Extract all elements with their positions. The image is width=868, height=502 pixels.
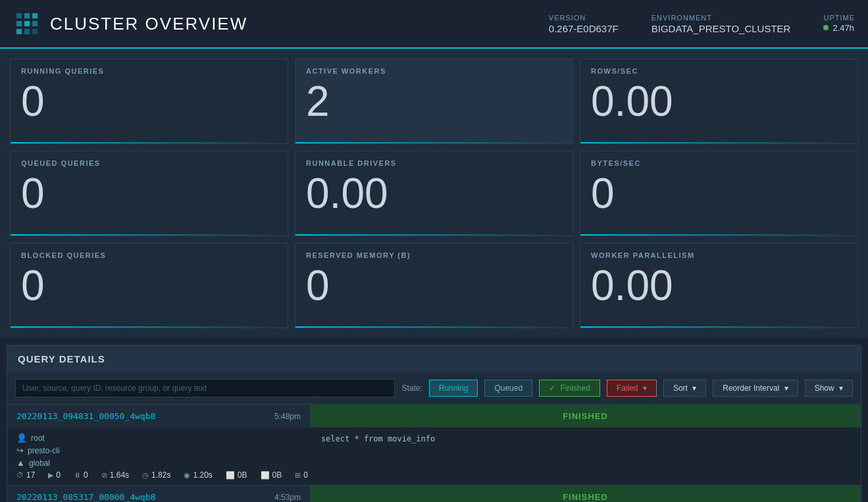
reorder-label: Reorder Interval xyxy=(723,384,779,393)
query-stats: ⏱ 17 ▶ 0 ⏸ 0 ⊘ 1.64s xyxy=(16,470,308,480)
query-id-section-2: 20220113_085317_00000_4wqb8 4:53pm xyxy=(7,486,310,502)
metric-bytes-sec-label: BYTES/SEC xyxy=(591,159,847,167)
environment-info: ENVIRONMENT BIGDATA_PRESTO_CLUSTER xyxy=(651,14,791,34)
uptime-indicator xyxy=(823,25,829,30)
query-search-input[interactable] xyxy=(15,379,395,397)
svg-rect-5 xyxy=(32,21,38,26)
app-header: CLUSTER OVERVIEW VERSION 0.267-E0D637F E… xyxy=(0,0,868,49)
query-user-value: root xyxy=(31,434,45,443)
input-icon: ⬜ xyxy=(226,471,235,480)
metric-reserved-memory-value: 0 xyxy=(306,264,562,307)
metrics-grid: RUNNING QUERIES 0 ACTIVE WORKERS 2 ROWS/… xyxy=(0,49,868,338)
uptime-info: UPTIME 2.47h xyxy=(823,14,855,33)
query-id: 20220113_094831_00050_4wqb8 xyxy=(16,411,155,421)
output-icon: ⬜ xyxy=(261,471,270,480)
metric-blocked-queries-label: BLOCKED QUERIES xyxy=(21,251,277,259)
query-row-header[interactable]: 20220113_094831_00050_4wqb8 5:48pm FINIS… xyxy=(7,405,861,428)
query-details-section: QUERY DETAILS State: Running Queued ✓ Fi… xyxy=(7,345,861,502)
sort-button[interactable]: Sort ▾ xyxy=(663,380,706,397)
query-id-2: 20220113_085317_00000_4wqb8 xyxy=(16,492,155,502)
output-value: 0B xyxy=(272,470,282,480)
cpu-value: 1.64s xyxy=(110,470,129,480)
query-row: 20220113_085317_00000_4wqb8 4:53pm FINIS… xyxy=(7,486,861,502)
metric-running-queries-label: RUNNING QUERIES xyxy=(21,67,277,75)
svg-rect-6 xyxy=(16,29,22,34)
metric-worker-parallelism-label: WORKER PARALLELISM xyxy=(591,251,847,259)
stat-paused: ⏸ 0 xyxy=(74,470,88,480)
failed-label: Failed xyxy=(617,384,638,393)
query-row-header-2[interactable]: 20220113_085317_00000_4wqb8 4:53pm FINIS… xyxy=(7,486,861,502)
check-icon: ✓ xyxy=(549,384,555,393)
filter-running-button[interactable]: Running xyxy=(429,380,478,397)
metric-reserved-memory: RESERVED MEMORY (B) 0 xyxy=(295,243,573,328)
uptime-label: UPTIME xyxy=(823,14,855,22)
logo-icon xyxy=(13,10,41,38)
metric-active-workers-label: ACTIVE WORKERS xyxy=(306,67,562,75)
header-metadata: VERSION 0.267-E0D637F ENVIRONMENT BIGDAT… xyxy=(549,14,855,34)
query-status-badge-2: FINISHED xyxy=(310,486,861,502)
uptime-value: 2.47h xyxy=(832,23,854,33)
environment-label: ENVIRONMENT xyxy=(651,14,712,22)
query-body: 👤 root ↪ presto-cli ▲ global ⏱ 17 xyxy=(7,428,861,485)
reorder-interval-button[interactable]: Reorder Interval ▾ xyxy=(713,380,798,397)
query-meta: 👤 root ↪ presto-cli ▲ global ⏱ 17 xyxy=(16,433,308,480)
svg-rect-4 xyxy=(24,21,30,26)
version-info: VERSION 0.267-E0D637F xyxy=(549,14,619,34)
show-dropdown-icon: ▾ xyxy=(839,384,843,393)
metric-queued-queries-label: QUEUED QUERIES xyxy=(21,159,277,167)
query-row: 20220113_094831_00050_4wqb8 5:48pm FINIS… xyxy=(7,405,861,486)
query-status-badge: FINISHED xyxy=(310,405,861,428)
metric-queued-queries: QUEUED QUERIES 0 xyxy=(10,151,288,236)
stat-rows: ⊞ 0 xyxy=(295,470,308,480)
tasks-value: 17 xyxy=(26,470,35,480)
show-button[interactable]: Show ▾ xyxy=(805,380,853,397)
query-resource-value: global xyxy=(29,459,50,468)
metric-blocked-queries-value: 0 xyxy=(21,264,277,307)
stat-scheduled: ◷ 1.82s xyxy=(142,470,170,480)
query-source: ↪ presto-cli xyxy=(16,445,308,455)
svg-rect-1 xyxy=(24,13,30,18)
query-source-value: presto-cli xyxy=(28,446,60,455)
stat-cpu: ⊘ 1.64s xyxy=(101,470,129,480)
input-value: 0B xyxy=(238,470,247,480)
query-details-title: QUERY DETAILS xyxy=(7,345,861,372)
stat-tasks: ⏱ 17 xyxy=(16,470,35,480)
source-icon: ↪ xyxy=(16,445,24,455)
show-label: Show xyxy=(815,384,834,393)
sort-label: Sort xyxy=(673,384,688,393)
svg-rect-8 xyxy=(32,29,38,34)
metric-bytes-sec-value: 0 xyxy=(591,172,847,214)
metric-rows-sec-value: 0.00 xyxy=(591,80,847,122)
metric-blocked-queries: BLOCKED QUERIES 0 xyxy=(10,243,288,328)
wall-value: 1.20s xyxy=(193,470,212,480)
running-label: Running xyxy=(439,384,469,393)
svg-rect-7 xyxy=(24,29,30,34)
metric-bytes-sec: BYTES/SEC 0 xyxy=(580,151,858,236)
metric-active-workers: ACTIVE WORKERS 2 xyxy=(295,59,573,144)
svg-rect-0 xyxy=(16,13,22,18)
user-icon: 👤 xyxy=(16,433,27,443)
metric-worker-parallelism: WORKER PARALLELISM 0.00 xyxy=(580,243,858,328)
metric-reserved-memory-label: RESERVED MEMORY (B) xyxy=(306,251,562,259)
state-label: State: xyxy=(401,384,422,393)
metric-runnable-drivers-label: RUNNABLE DRIVERS xyxy=(306,159,562,167)
paused-value: 0 xyxy=(84,470,88,480)
scheduled-icon: ◷ xyxy=(142,471,149,480)
sort-dropdown-icon: ▾ xyxy=(692,384,696,393)
scheduled-value: 1.82s xyxy=(151,470,170,480)
metric-running-queries-value: 0 xyxy=(21,80,277,122)
finished-label: Finished xyxy=(560,384,590,393)
metric-rows-sec: ROWS/SEC 0.00 xyxy=(580,59,858,144)
filter-failed-button[interactable]: Failed ▾ xyxy=(607,380,657,397)
filter-queued-button[interactable]: Queued xyxy=(484,380,532,397)
metric-runnable-drivers-value: 0.00 xyxy=(306,172,562,214)
page-title: CLUSTER OVERVIEW xyxy=(50,14,247,34)
metric-runnable-drivers: RUNNABLE DRIVERS 0.00 xyxy=(295,151,573,236)
queued-label: Queued xyxy=(494,384,523,393)
query-time-2: 4:53pm xyxy=(274,493,301,502)
metric-queued-queries-value: 0 xyxy=(21,172,277,214)
failed-dropdown-icon: ▾ xyxy=(643,384,647,393)
tasks-icon: ⏱ xyxy=(16,471,24,479)
version-label: VERSION xyxy=(549,14,586,22)
filter-finished-button[interactable]: ✓ Finished xyxy=(539,380,600,397)
